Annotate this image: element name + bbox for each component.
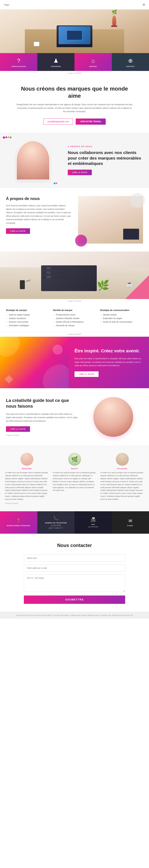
strategie-label: STRATÉGIE [51,66,61,67]
inspire-text-col: Être inspiré. Créez votre avenir. Duis a… [69,337,149,388]
contact-title: Nous contacter [24,542,125,548]
mission-icon: ⌂ [91,58,95,64]
hero-laptop [57,25,92,47]
consultations-icon: ? [17,58,20,64]
freepik-note-2: Image de freepik [0,299,149,303]
creativite-text: Duis aute irure dolor in reprehenderit i… [6,412,77,423]
inspire-section: Être inspiré. Créez votre avenir. Duis a… [0,337,149,388]
hero-subtitle: DesignStudio est une marque internationa… [16,103,133,114]
menu-icon[interactable]: ≡ [143,2,145,7]
location-icon: 📍 [16,518,21,523]
creativite-freepik: Image de freepik [6,434,77,436]
service-items-2: →Positionnement visuel →Système d'identi… [53,314,96,327]
apropos-2-image-col [78,196,143,244]
inspire-abstract [0,337,69,388]
team-avatar-1 [21,453,33,466]
inspire-title: Être inspiré. Créez votre avenir. [74,348,143,354]
team-text-3: In mollis nunc sed id semper risus in he… [100,471,144,501]
team-avatar-3 [116,453,129,466]
creativite-section: La créativité guide tout ce que nous fai… [0,388,149,446]
voir-travail-btn[interactable]: VOIR NOTRE TRAVAIL [76,119,106,125]
apropos-1-label: À PROPOS DE NOUS [68,146,143,148]
support-icon: ⊕ [128,58,133,64]
footer-icons-row: 📍 NOTRE BUREAU PRINCIPAL 📞 NUMÉRO DE TÉL… [0,511,149,534]
fax-title: FAX [91,524,95,525]
service-communication: Stratégie de communication →Identité ver… [100,309,143,328]
pink-corner [125,275,149,299]
apropos-section-1: À PROPOS DE NOUS Nous collaborons avec n… [0,132,149,188]
list-item: →Examen concurrentiel [6,321,49,323]
team-avatar-2: 🌿 [68,453,81,466]
bureau-title: NOTRE BUREAU PRINCIPAL [7,525,31,527]
footer-fax: 📠 FAX (34) 555-5555 [74,511,112,534]
apropos-2-text-col: À propos de nous Id ex nostrud exercitat… [6,196,73,244]
team-text-1: In mollis nunc sed id semper risus in he… [5,471,49,501]
laptop-keyboard: ${''.repeat(12)} ${''.repeat(11)} ${''.r… [41,266,97,291]
nav-icon-consultations[interactable]: ? CONSULTATIONS [0,53,38,71]
team-role-3: VALEURS [100,468,144,470]
service-items-1: →Audit du capital marque →Analyse d'audi… [6,314,49,327]
apropos-2-title: À propos de nous [6,196,71,201]
email-btn[interactable]: your@designstudio.com [43,119,73,125]
creativite-image-col [83,397,143,437]
footer-email: ✉ E-MAIL [112,511,149,534]
creativite-btn[interactable]: LIRE LA SUITE [6,426,30,432]
nav-icon-mission[interactable]: ⌂ MISSION [74,53,112,71]
team-text-2: In mollis nunc sed id semper risus in he… [53,471,96,492]
creativite-title: La créativité guide tout ce que nous fai… [6,398,77,409]
coffee-cup: ☕ [126,281,133,287]
email-title: E-MAIL [127,525,133,527]
message-group [24,574,125,593]
apropos-1-text-col: À PROPOS DE NOUS Nous collaborons avec n… [66,132,149,188]
apropos-1-image-col [0,132,66,188]
contact-section: Nous contacter SOUMETTRE [0,534,149,612]
apropos-2-btn[interactable]: LIRE LA SUITE [6,228,30,234]
consultations-label: CONSULTATIONS [11,66,26,67]
deco-circle-1 [75,235,87,247]
telephone-title: NUMÉRO DE TÉLÉPHONE [45,522,67,524]
nav-icon-strategie[interactable]: ♟ STRATÉGIE [38,53,75,71]
team-col-3: VALEURS In mollis nunc sed id semper ris… [100,453,144,504]
message-input[interactable] [24,574,125,592]
phone-icon: 📞 [53,516,58,521]
footer-bureau: 📍 NOTRE BUREAU PRINCIPAL [0,511,38,534]
submit-button[interactable]: SOUMETTRE [24,595,125,604]
email-icon: ✉ [128,519,132,524]
freepik-note-3: Image de freepik [0,332,149,337]
list-item: →Guide de style de communication [100,321,143,323]
team-freepik-1: Image de freepik [5,502,49,504]
bottom-text: Varices nisl. Et ante in the lorem ipsum… [16,614,133,616]
inspire-btn[interactable]: LIRE LA SUITE [74,371,99,377]
list-item: →Demande de marque [53,324,96,327]
laptop-section: ${''.repeat(12)} ${''.repeat(11)} ${''.r… [0,251,149,299]
team-col-1: MISSION In mollis nunc sed id semper ris… [5,453,49,504]
logo: logo [4,3,9,6]
service-title-1: Stratégie de marque [6,309,49,311]
service-title-3: Stratégie de communication [100,309,143,311]
fax-icon: 📠 [91,517,96,522]
list-item: →Identité verbale [100,314,143,316]
deco-circle-2 [130,193,145,208]
support-label: SUPPORT [126,66,134,67]
list-item: →Système d'identité visuelle [53,317,96,319]
list-item: →Audit du capital marque [6,314,49,316]
apropos-2-text: Id ex nostrud exercitation ullamco, quis… [6,204,71,225]
apropos-1-btn[interactable]: LIRE LA SUITE [68,169,92,175]
hero-title: Nous créons des marques que le monde aim… [16,85,133,100]
service-strategie: Stratégie de marque →Audit du capital ma… [6,309,49,328]
plant-decor: 🌿 [97,280,109,291]
nav-icon-support[interactable]: ⊕ SUPPORT [112,53,149,71]
email-input[interactable] [24,564,125,571]
list-item: →Positionnement visuel [53,314,96,316]
team-role-2: NUITS [53,468,96,470]
creativite-text-col: La créativité guide tout ce que nous fai… [6,398,77,436]
name-group [24,555,125,562]
list-item: →Analyse d'audience [6,317,49,319]
hero-buttons: your@designstudio.com VOIR NOTRE TRAVAIL [16,119,133,125]
list-item: →Orientation stratégique [6,324,49,327]
service-identite: Identité de marque →Positionnement visue… [53,309,96,328]
name-input[interactable] [24,555,125,562]
telephone-text: (34) 555-5555(88) 777-0000-7777 [49,524,63,529]
bottom-bar: Varices nisl. Et ante in the lorem ipsum… [0,612,149,619]
hero-cup [34,42,39,46]
